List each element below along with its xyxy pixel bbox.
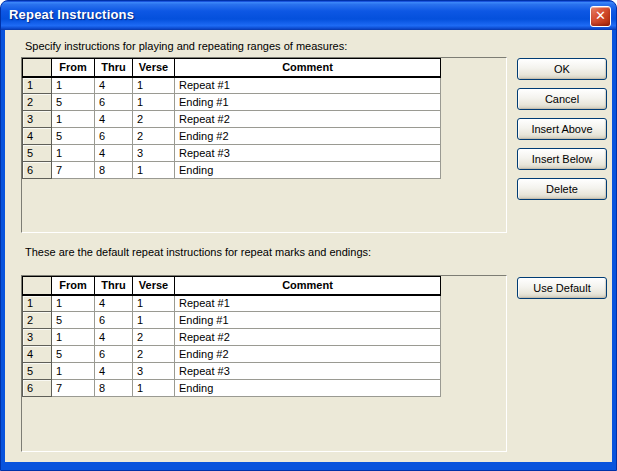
row-header[interactable]: 5 [23, 363, 52, 380]
cell-from[interactable]: 1 [52, 77, 95, 94]
cell-comment[interactable]: Ending #2 [175, 128, 441, 145]
cell-from[interactable]: 7 [52, 380, 95, 397]
corner-header-cell [23, 277, 52, 295]
table-row: 4562Ending #2 [23, 346, 441, 363]
cell-verse[interactable]: 2 [133, 329, 175, 346]
cell-thru[interactable]: 4 [95, 363, 133, 380]
cell-verse[interactable]: 3 [133, 145, 175, 162]
cell-thru[interactable]: 4 [95, 111, 133, 128]
cell-from[interactable]: 1 [52, 329, 95, 346]
cell-from[interactable]: 5 [52, 312, 95, 329]
cell-from[interactable]: 5 [52, 128, 95, 145]
title-bar[interactable]: Repeat Instructions ✕ [1, 1, 616, 30]
cell-thru[interactable]: 4 [95, 145, 133, 162]
window-title: Repeat Instructions [9, 7, 134, 22]
cell-verse[interactable]: 2 [133, 111, 175, 128]
row-header[interactable]: 1 [23, 77, 52, 94]
cell-comment[interactable]: Ending [175, 162, 441, 179]
cell-comment[interactable]: Repeat #1 [175, 77, 441, 94]
row-header[interactable]: 4 [23, 128, 52, 145]
cell-thru[interactable]: 4 [95, 329, 133, 346]
dialog-body: Specify instructions for playing and rep… [5, 30, 612, 462]
cell-verse[interactable]: 1 [133, 380, 175, 397]
table-row: 5143Repeat #3 [23, 363, 441, 380]
cell-comment[interactable]: Ending [175, 380, 441, 397]
cell-verse[interactable]: 1 [133, 312, 175, 329]
row-header[interactable]: 3 [23, 329, 52, 346]
table-row: 4562Ending #2 [23, 128, 441, 145]
row-header[interactable]: 5 [23, 145, 52, 162]
cell-from[interactable]: 5 [52, 346, 95, 363]
table-row: 5143Repeat #3 [23, 145, 441, 162]
table-row: 3142Repeat #2 [23, 329, 441, 346]
section1-label: Specify instructions for playing and rep… [25, 40, 347, 52]
row-header[interactable]: 6 [23, 380, 52, 397]
cell-comment[interactable]: Repeat #3 [175, 145, 441, 162]
cell-thru[interactable]: 6 [95, 312, 133, 329]
cell-from[interactable]: 5 [52, 94, 95, 111]
table-row: 2561Ending #1 [23, 312, 441, 329]
table-row: 6781Ending [23, 380, 441, 397]
cell-verse[interactable]: 3 [133, 363, 175, 380]
row-header[interactable]: 4 [23, 346, 52, 363]
cell-thru[interactable]: 4 [95, 295, 133, 312]
column-header-thru: Thru [95, 59, 133, 77]
table-row: 6781Ending [23, 162, 441, 179]
close-icon[interactable]: ✕ [590, 6, 611, 27]
cell-verse[interactable]: 1 [133, 77, 175, 94]
column-header-comment: Comment [175, 277, 441, 295]
table-row: 3142Repeat #2 [23, 111, 441, 128]
column-header-from: From [52, 59, 95, 77]
corner-header-cell [23, 59, 52, 77]
table-row: 1141Repeat #1 [23, 77, 441, 94]
column-header-from: From [52, 277, 95, 295]
row-header[interactable]: 2 [23, 94, 52, 111]
cell-verse[interactable]: 2 [133, 346, 175, 363]
row-header[interactable]: 6 [23, 162, 52, 179]
cell-from[interactable]: 1 [52, 295, 95, 312]
cell-thru[interactable]: 4 [95, 77, 133, 94]
cell-verse[interactable]: 1 [133, 162, 175, 179]
cell-verse[interactable]: 2 [133, 128, 175, 145]
table-row: 2561Ending #1 [23, 94, 441, 111]
cancel-button[interactable]: Cancel [517, 88, 607, 110]
cell-comment[interactable]: Repeat #3 [175, 363, 441, 380]
cell-thru[interactable]: 6 [95, 128, 133, 145]
column-header-comment: Comment [175, 59, 441, 77]
use-default-button[interactable]: Use Default [517, 277, 607, 299]
row-header[interactable]: 2 [23, 312, 52, 329]
repeat-instructions-table: FromThruVerseComment1141Repeat #12561End… [22, 58, 441, 179]
cell-thru[interactable]: 6 [95, 94, 133, 111]
repeat-instructions-dialog: Repeat Instructions ✕ Specify instructio… [0, 0, 617, 471]
row-header[interactable]: 1 [23, 295, 52, 312]
cell-thru[interactable]: 8 [95, 162, 133, 179]
insert-below-button[interactable]: Insert Below [517, 148, 607, 170]
column-header-verse: Verse [133, 59, 175, 77]
table-row: 1141Repeat #1 [23, 295, 441, 312]
cell-comment[interactable]: Repeat #2 [175, 329, 441, 346]
cell-from[interactable]: 1 [52, 145, 95, 162]
cell-from[interactable]: 1 [52, 363, 95, 380]
cell-comment[interactable]: Ending #1 [175, 94, 441, 111]
cell-verse[interactable]: 1 [133, 94, 175, 111]
cell-thru[interactable]: 8 [95, 380, 133, 397]
cell-from[interactable]: 7 [52, 162, 95, 179]
cell-comment[interactable]: Repeat #1 [175, 295, 441, 312]
section2-label: These are the default repeat instruction… [25, 246, 371, 258]
delete-button[interactable]: Delete [517, 178, 607, 200]
ok-button[interactable]: OK [517, 58, 607, 80]
cell-comment[interactable]: Ending #2 [175, 346, 441, 363]
default-repeat-instructions-panel: FromThruVerseComment1141Repeat #12561End… [21, 275, 507, 452]
default-repeat-instructions-table: FromThruVerseComment1141Repeat #12561End… [22, 276, 441, 397]
cell-comment[interactable]: Repeat #2 [175, 111, 441, 128]
repeat-instructions-panel: FromThruVerseComment1141Repeat #12561End… [21, 57, 507, 233]
column-header-thru: Thru [95, 277, 133, 295]
insert-above-button[interactable]: Insert Above [517, 118, 607, 140]
cell-verse[interactable]: 1 [133, 295, 175, 312]
cell-comment[interactable]: Ending #1 [175, 312, 441, 329]
cell-thru[interactable]: 6 [95, 346, 133, 363]
row-header[interactable]: 3 [23, 111, 52, 128]
column-header-verse: Verse [133, 277, 175, 295]
cell-from[interactable]: 1 [52, 111, 95, 128]
